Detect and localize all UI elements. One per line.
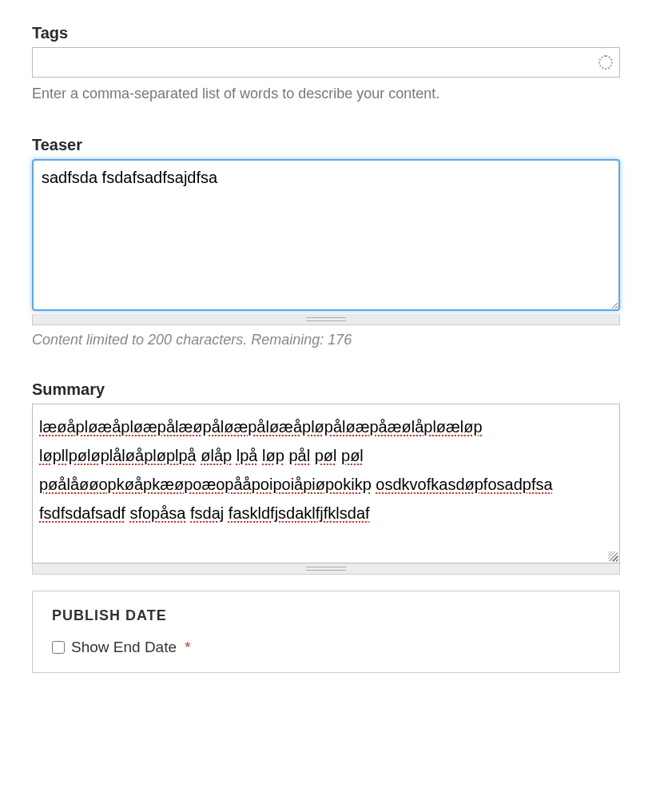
show-end-date-label: Show End Date: [71, 639, 177, 656]
summary-textarea[interactable]: læøåpløæåpløæpålæøpåløæpåløæåpløpåløæpåæ…: [32, 404, 620, 563]
loading-spinner-icon: [598, 55, 613, 70]
tags-field-group: Tags Enter a comma-separated list of wor…: [32, 24, 620, 104]
tags-input-wrapper: [32, 47, 620, 78]
tags-help-text: Enter a comma-separated list of words to…: [32, 84, 620, 104]
tags-input[interactable]: [33, 48, 619, 77]
teaser-label: Teaser: [32, 136, 620, 154]
resize-corner-icon: [608, 551, 618, 561]
summary-content: læøåpløæåpløæpålæøpåløæpåløæåpløpåløæpåæ…: [39, 418, 553, 522]
tags-label: Tags: [32, 24, 620, 42]
limit-chars: 200: [148, 332, 172, 348]
publish-date-fieldset: PUBLISH DATE Show End Date *: [32, 591, 620, 673]
drag-lines-icon: [306, 317, 346, 321]
drag-lines-icon: [306, 567, 346, 571]
limit-prefix: Content limited to: [32, 332, 148, 348]
teaser-textarea[interactable]: sadfsda fsdafsadfsajdfsa: [32, 159, 620, 311]
teaser-char-limit: Content limited to 200 characters. Remai…: [32, 332, 620, 348]
publish-date-legend: PUBLISH DATE: [52, 607, 600, 624]
show-end-date-row: Show End Date *: [52, 639, 600, 656]
teaser-field-group: Teaser sadfsda fsdafsadfsajdfsa Content …: [32, 136, 620, 348]
limit-mid: characters. Remaining:: [172, 332, 328, 348]
show-end-date-checkbox[interactable]: [52, 641, 65, 654]
required-star-icon: *: [185, 639, 190, 656]
teaser-resize-handle[interactable]: [32, 314, 620, 325]
summary-label: Summary: [32, 380, 620, 399]
limit-remaining: 176: [328, 332, 352, 348]
summary-field-group: Summary læøåpløæåpløæpålæøpåløæpåløæåplø…: [32, 380, 620, 575]
summary-resize-handle[interactable]: [32, 563, 620, 575]
